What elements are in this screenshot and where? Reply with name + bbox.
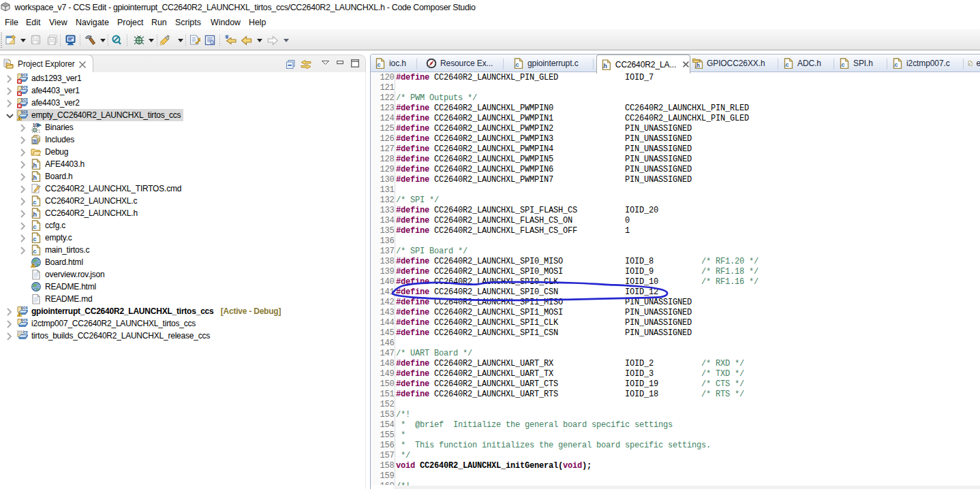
svg-text:.h: .h xyxy=(31,174,37,181)
svg-text:ccs: ccs xyxy=(21,110,29,114)
svg-text:.c: .c xyxy=(514,61,519,68)
svg-text:10: 10 xyxy=(33,123,38,127)
svg-text:ccs: ccs xyxy=(21,73,29,77)
svg-text:1: 1 xyxy=(38,129,41,133)
svg-text:RTSC: RTSC xyxy=(18,331,24,334)
svg-text:.h: .h xyxy=(695,62,700,69)
svg-text:.h: .h xyxy=(602,62,607,69)
svg-text:.c: .c xyxy=(376,61,380,68)
svg-text:.h: .h xyxy=(31,211,37,218)
svg-text:ccs: ccs xyxy=(21,318,29,322)
svg-text:.c: .c xyxy=(893,61,898,68)
svg-text:.c: .c xyxy=(31,236,36,242)
svg-text:.c: .c xyxy=(31,248,36,255)
svg-text:.c: .c xyxy=(840,61,844,68)
svg-text:.c: .c xyxy=(31,199,36,206)
svg-text:ccs: ccs xyxy=(21,97,29,101)
svg-text:ccs: ccs xyxy=(21,306,29,310)
svg-text:h: h xyxy=(33,139,36,144)
svg-text:.c: .c xyxy=(784,61,788,68)
svg-text:ccs: ccs xyxy=(21,85,29,89)
svg-text:.c: .c xyxy=(31,223,36,230)
svg-text:.h: .h xyxy=(31,162,37,169)
